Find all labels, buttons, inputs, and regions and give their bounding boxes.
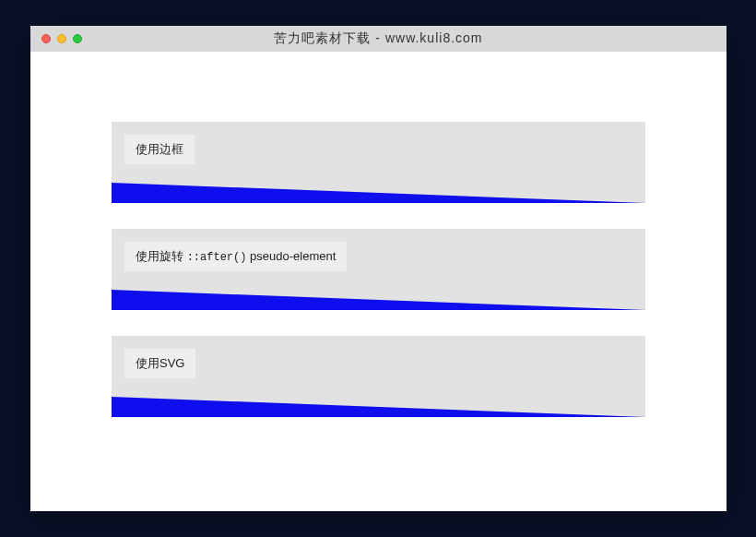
angled-edge-svg — [112, 397, 645, 417]
label-code: ::after() — [187, 251, 247, 264]
maximize-icon[interactable] — [73, 34, 82, 43]
close-icon[interactable] — [41, 34, 51, 43]
demo-section-rotate: 使用旋转 ::after() pseudo-element — [112, 229, 645, 310]
window-titlebar: 苦力吧素材下载 - www.kuli8.com — [30, 26, 726, 52]
demo-section-svg: 使用SVG — [112, 336, 645, 417]
label-suffix: pseudo-element — [246, 249, 336, 263]
page-content: 使用边框 使用旋转 ::after() pseudo-element 使用SVG — [30, 52, 726, 480]
svg-marker-2 — [112, 397, 645, 417]
traffic-lights — [41, 34, 82, 43]
demo-section-border: 使用边框 — [112, 122, 645, 203]
label-prefix: 使用旋转 — [136, 249, 187, 263]
angled-edge-border — [112, 183, 645, 203]
section-label: 使用边框 — [124, 135, 195, 164]
section-label: 使用SVG — [124, 349, 195, 378]
svg-marker-1 — [112, 290, 645, 310]
window-title: 苦力吧素材下载 - www.kuli8.com — [30, 30, 726, 47]
minimize-icon[interactable] — [57, 34, 66, 43]
angled-edge-rotate — [112, 290, 645, 310]
section-label: 使用旋转 ::after() pseudo-element — [124, 242, 347, 271]
browser-window: 苦力吧素材下载 - www.kuli8.com 使用边框 使用旋转 ::afte… — [30, 26, 726, 511]
svg-marker-0 — [112, 183, 645, 203]
